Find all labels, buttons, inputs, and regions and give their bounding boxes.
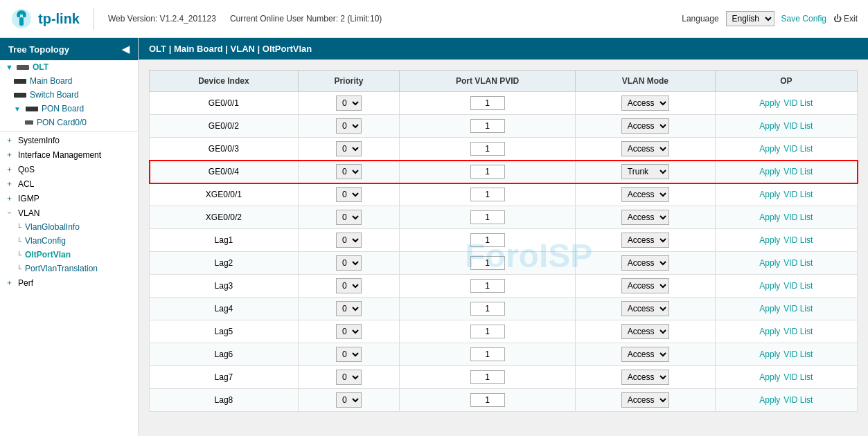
sidebar-item-vlan-config[interactable]: └ VlanConfig: [0, 234, 138, 248]
priority-select[interactable]: 01234567: [336, 141, 362, 156]
vlan-mode-select[interactable]: AccessTrunkHybrid: [621, 392, 669, 408]
vid-list-button[interactable]: VID List: [783, 349, 813, 359]
apply-button[interactable]: Apply: [759, 167, 780, 176]
tp-link-logo-icon: [10, 8, 33, 30]
exit-button[interactable]: ⏻ Exit: [833, 14, 858, 24]
pvid-input[interactable]: [470, 210, 505, 224]
pvid-input[interactable]: [470, 256, 505, 270]
vid-list-button[interactable]: VID List: [783, 258, 813, 268]
apply-button[interactable]: Apply: [759, 212, 780, 222]
vid-list-button[interactable]: VID List: [783, 281, 813, 291]
vlan-mode-select[interactable]: AccessTrunkHybrid: [621, 301, 669, 316]
vlan-mode-select[interactable]: AccessTrunkHybrid: [621, 324, 669, 339]
apply-button[interactable]: Apply: [759, 304, 780, 314]
sidebar-item-switch-board[interactable]: Switch Board: [0, 88, 138, 102]
save-config-button[interactable]: Save Config: [781, 14, 826, 24]
priority-select[interactable]: 01234567: [336, 347, 362, 362]
priority-select[interactable]: 01234567: [336, 96, 362, 111]
vlan-mode-select[interactable]: AccessTrunkHybrid: [621, 347, 669, 362]
pvid-input[interactable]: [470, 347, 505, 361]
sidebar-item-pon-board[interactable]: ▼ PON Board: [0, 102, 138, 116]
apply-button[interactable]: Apply: [759, 121, 780, 131]
apply-button[interactable]: Apply: [759, 281, 780, 291]
sidebar-item-systeminfo[interactable]: ＋ SystemInfo: [0, 133, 138, 147]
pvid-input[interactable]: [470, 233, 505, 247]
breadcrumb: OLT | Main Board | VLAN | OltPortVlan: [139, 38, 868, 60]
sidebar-header: Tree Topology ◀: [0, 38, 138, 60]
cell-device-index: Lag5: [150, 320, 299, 343]
vid-list-button[interactable]: VID List: [783, 395, 813, 405]
vlan-mode-select[interactable]: AccessTrunkHybrid: [621, 96, 669, 111]
vid-list-button[interactable]: VID List: [783, 121, 813, 131]
pvid-input[interactable]: [470, 279, 505, 293]
sidebar-item-port-vlan-trans[interactable]: └ PortVlanTranslation: [0, 262, 138, 275]
sidebar-item-pon-card[interactable]: PON Card0/0: [0, 116, 138, 129]
priority-select[interactable]: 01234567: [336, 324, 362, 339]
apply-button[interactable]: Apply: [759, 327, 780, 336]
sidebar-item-igmp[interactable]: ＋ IGMP: [0, 191, 138, 206]
sidebar-item-olt-port-vlan[interactable]: └ OltPortVlan: [0, 248, 138, 262]
pvid-input[interactable]: [470, 393, 505, 407]
language-select[interactable]: English: [726, 11, 774, 26]
sidebar-item-perf[interactable]: ＋ Perf: [0, 275, 138, 290]
cell-pvid: [400, 206, 576, 229]
sidebar-item-acl[interactable]: ＋ ACL: [0, 176, 138, 191]
scroll-container[interactable]: ForoISP Device Index Priority Port VLAN …: [139, 60, 868, 436]
pvid-input[interactable]: [470, 370, 505, 384]
vlan-mode-select[interactable]: AccessTrunkHybrid: [621, 164, 669, 179]
apply-button[interactable]: Apply: [759, 349, 780, 359]
cell-priority: 01234567: [298, 298, 399, 320]
vid-list-button[interactable]: VID List: [783, 372, 813, 382]
pvid-input[interactable]: [470, 119, 505, 133]
vid-list-button[interactable]: VID List: [783, 190, 813, 199]
priority-select[interactable]: 01234567: [336, 187, 362, 202]
vid-list-button[interactable]: VID List: [783, 304, 813, 314]
vid-list-button[interactable]: VID List: [783, 327, 813, 336]
sidebar-item-interface[interactable]: ＋ Interface Management: [0, 147, 138, 162]
sidebar-item-main-board[interactable]: Main Board: [0, 74, 138, 88]
vid-list-button[interactable]: VID List: [783, 98, 813, 108]
priority-select[interactable]: 01234567: [336, 233, 362, 248]
priority-select[interactable]: 01234567: [336, 164, 362, 179]
vid-list-button[interactable]: VID List: [783, 212, 813, 222]
sidebar-item-olt[interactable]: ▼ OLT: [0, 60, 138, 74]
cell-op: ApplyVID List: [715, 206, 857, 229]
sidebar-item-qos[interactable]: ＋ QoS: [0, 162, 138, 176]
apply-button[interactable]: Apply: [759, 235, 780, 245]
apply-button[interactable]: Apply: [759, 190, 780, 199]
apply-button[interactable]: Apply: [759, 98, 780, 108]
pvid-input[interactable]: [470, 165, 505, 179]
vlan-mode-select[interactable]: AccessTrunkHybrid: [621, 278, 669, 293]
pvid-input[interactable]: [470, 325, 505, 338]
vlan-mode-select[interactable]: AccessTrunkHybrid: [621, 233, 669, 248]
apply-button[interactable]: Apply: [759, 395, 780, 405]
vlan-mode-select[interactable]: AccessTrunkHybrid: [621, 118, 669, 134]
priority-select[interactable]: 01234567: [336, 118, 362, 134]
priority-select[interactable]: 01234567: [336, 210, 362, 225]
vid-list-button[interactable]: VID List: [783, 167, 813, 176]
priority-select[interactable]: 01234567: [336, 392, 362, 408]
priority-select[interactable]: 01234567: [336, 301, 362, 316]
vid-list-button[interactable]: VID List: [783, 144, 813, 154]
pvid-input[interactable]: [470, 302, 505, 316]
sidebar-item-vlan-global[interactable]: └ VlanGlobalInfo: [0, 220, 138, 234]
priority-select[interactable]: 01234567: [336, 255, 362, 271]
sidebar-collapse-button[interactable]: ◀: [122, 44, 130, 55]
apply-button[interactable]: Apply: [759, 144, 780, 154]
vlan-mode-select[interactable]: AccessTrunkHybrid: [621, 141, 669, 156]
vlan-mode-select[interactable]: AccessTrunkHybrid: [621, 370, 669, 385]
priority-select[interactable]: 01234567: [336, 370, 362, 385]
apply-button[interactable]: Apply: [759, 372, 780, 382]
priority-select[interactable]: 01234567: [336, 278, 362, 293]
cell-device-index: GE0/0/1: [150, 92, 299, 115]
vid-list-button[interactable]: VID List: [783, 235, 813, 245]
sidebar-item-vlan[interactable]: － VLAN: [0, 206, 138, 220]
vlan-mode-select[interactable]: AccessTrunkHybrid: [621, 210, 669, 225]
vlan-mode-select[interactable]: AccessTrunkHybrid: [621, 255, 669, 271]
apply-button[interactable]: Apply: [759, 258, 780, 268]
pvid-input[interactable]: [470, 142, 505, 156]
cell-pvid: [400, 389, 576, 412]
pvid-input[interactable]: [470, 188, 505, 201]
pvid-input[interactable]: [470, 96, 505, 110]
vlan-mode-select[interactable]: AccessTrunkHybrid: [621, 187, 669, 202]
